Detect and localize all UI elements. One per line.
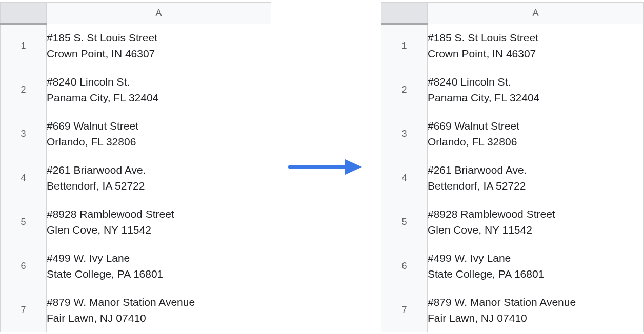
left-spreadsheet: A 1 #185 S. St Louis StreetCrown Point, … [0,2,271,332]
table-row: 3 #669 Walnut StreetOrlando, FL 32806 [381,112,644,156]
row-header-5[interactable]: 5 [381,200,428,244]
table-row: 3 #669 Walnut StreetOrlando, FL 32806 [1,112,271,156]
table-row: 7 #879 W. Manor Station AvenueFair Lawn,… [381,288,644,332]
table-row: 7 #879 W. Manor Station AvenueFair Lawn,… [1,288,271,332]
cell-a5[interactable]: #8928 Ramblewood StreetGlen Cove, NY 115… [47,200,271,244]
table-row: 4 #261 Briarwood Ave.Bettendorf, IA 5272… [381,156,644,200]
corner-cell[interactable] [381,2,428,24]
row-header-7[interactable]: 7 [381,288,428,332]
table-row: 6 #499 W. Ivy LaneState College, PA 1680… [381,244,644,288]
cell-a3[interactable]: #669 Walnut StreetOrlando, FL 32806 [47,112,271,156]
svg-marker-1 [345,159,362,175]
row-header-3[interactable]: 3 [1,112,47,156]
row-header-1[interactable]: 1 [1,24,47,68]
cell-a1[interactable]: #185 S. St Louis StreetCrown Point, IN 4… [428,24,644,68]
row-header-6[interactable]: 6 [1,244,47,288]
row-header-6[interactable]: 6 [381,244,428,288]
cell-a6[interactable]: #499 W. Ivy LaneState College, PA 16801 [428,244,644,288]
row-header-5[interactable]: 5 [1,200,47,244]
table-row: 4 #261 Briarwood Ave.Bettendorf, IA 5272… [1,156,271,200]
row-header-4[interactable]: 4 [1,156,47,200]
cell-a6[interactable]: #499 W. Ivy LaneState College, PA 16801 [47,244,271,288]
table-row: 5 #8928 Ramblewood StreetGlen Cove, NY 1… [381,200,644,244]
transform-arrow [271,0,381,334]
cell-a1[interactable]: #185 S. St Louis StreetCrown Point, IN 4… [47,24,271,68]
table-row: 1 #185 S. St Louis StreetCrown Point, IN… [1,24,271,68]
cell-a7[interactable]: #879 W. Manor Station AvenueFair Lawn, N… [428,288,644,332]
column-header-a[interactable]: A [47,2,271,24]
right-spreadsheet: A 1 #185 S. St Louis StreetCrown Point, … [381,2,644,332]
cell-a4[interactable]: #261 Briarwood Ave.Bettendorf, IA 52722 [47,156,271,200]
table-row: 2 #8240 Lincoln St.Panama City, FL 32404 [1,68,271,112]
row-header-3[interactable]: 3 [381,112,428,156]
cell-a4[interactable]: #261 Briarwood Ave.Bettendorf, IA 52722 [428,156,644,200]
cell-a5[interactable]: #8928 Ramblewood StreetGlen Cove, NY 115… [428,200,644,244]
row-header-2[interactable]: 2 [1,68,47,112]
cell-a3[interactable]: #669 Walnut StreetOrlando, FL 32806 [428,112,644,156]
cell-a7[interactable]: #879 W. Manor Station AvenueFair Lawn, N… [47,288,271,332]
table-row: 5 #8928 Ramblewood StreetGlen Cove, NY 1… [1,200,271,244]
table-row: 2 #8240 Lincoln St.Panama City, FL 32404 [381,68,644,112]
table-row: 1 #185 S. St Louis StreetCrown Point, IN… [381,24,644,68]
header-row: A [1,2,271,24]
right-arrow-icon [288,157,365,177]
table-row: 6 #499 W. Ivy LaneState College, PA 1680… [1,244,271,288]
cell-a2[interactable]: #8240 Lincoln St.Panama City, FL 32404 [47,68,271,112]
row-header-7[interactable]: 7 [1,288,47,332]
header-row: A [381,2,644,24]
row-header-4[interactable]: 4 [381,156,428,200]
column-header-a[interactable]: A [428,2,644,24]
cell-a2[interactable]: #8240 Lincoln St.Panama City, FL 32404 [428,68,644,112]
corner-cell[interactable] [1,2,47,24]
row-header-1[interactable]: 1 [381,24,428,68]
row-header-2[interactable]: 2 [381,68,428,112]
